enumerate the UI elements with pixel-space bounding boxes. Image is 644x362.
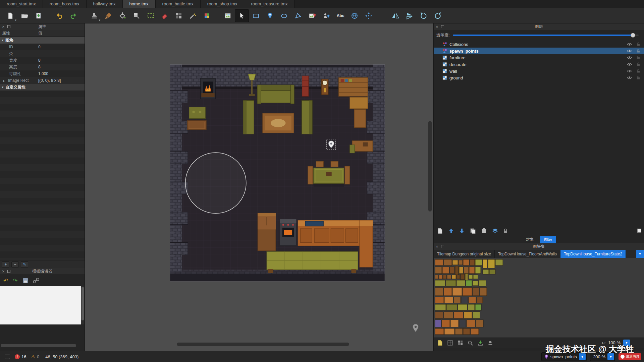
visibility-eye-icon[interactable] (627, 75, 632, 80)
close-icon[interactable] (436, 24, 438, 29)
open-file-button[interactable] (17, 9, 32, 22)
lock-icon[interactable] (637, 49, 640, 54)
error-counter[interactable]: 16 (15, 354, 26, 359)
insert-rectangle-tool[interactable] (249, 9, 263, 22)
visibility-eye-icon[interactable] (627, 69, 632, 74)
slider-knob[interactable] (631, 33, 635, 38)
property-row-height[interactable]: 高度 8 (0, 64, 85, 70)
tab-room-shop[interactable]: room_shop.tmx (201, 0, 245, 8)
tileset-tab-floors-walls[interactable]: TopDownHouse_FloorsAndWalls (495, 250, 560, 258)
magic-wand-tool[interactable] (186, 9, 200, 22)
tile-section-row[interactable]: ▾ 图块 (0, 37, 85, 44)
collapse-triangle-icon[interactable]: ▾ (0, 39, 5, 42)
tileset-stamp-button[interactable] (488, 340, 493, 346)
tileset-view[interactable] (434, 258, 644, 338)
undo-icon[interactable] (3, 277, 8, 284)
tab-room-boss[interactable]: room_boss.tmx (43, 0, 87, 8)
canvas-hscrollbar-thumb[interactable] (177, 343, 349, 346)
float-panel-icon[interactable] (7, 25, 10, 28)
rotate-left-button[interactable] (417, 9, 431, 22)
tab-room-battle[interactable]: room_battle.tmx (156, 0, 201, 8)
insert-text-tool[interactable]: Abc (333, 9, 347, 22)
lock-icon[interactable] (637, 69, 640, 74)
tileset-tab-dropdown[interactable] (636, 250, 644, 258)
undo-button[interactable] (52, 9, 66, 22)
close-icon[interactable] (436, 244, 438, 249)
remove-property-button[interactable] (11, 261, 19, 267)
console-icon[interactable] (5, 355, 10, 359)
lock-icon[interactable] (637, 55, 640, 60)
tileset-zoom-button[interactable] (468, 340, 473, 346)
layer-row-collisions[interactable]: Collisions (434, 41, 644, 48)
layer-row-wall[interactable]: wall (434, 68, 644, 74)
export-tileset-button[interactable] (478, 340, 483, 346)
opacity-slider[interactable] (453, 33, 639, 38)
layer-row-ground[interactable]: ground (434, 74, 644, 81)
float-panel-icon[interactable] (7, 270, 10, 273)
terrain-brush-tool[interactable] (101, 9, 115, 22)
rotate-right-button[interactable] (431, 9, 445, 22)
remove-layer-button[interactable] (481, 228, 487, 234)
canvas-vscrollbar-thumb[interactable] (428, 121, 432, 212)
property-row-width[interactable]: 宽度 8 (0, 57, 85, 64)
close-icon[interactable] (2, 269, 5, 274)
tab-objects[interactable]: 对象 (522, 236, 538, 243)
tab-home-active[interactable]: home.tmx (123, 0, 156, 8)
shape-fill-tool[interactable] (129, 9, 144, 22)
tab-layers[interactable]: 图层 (540, 236, 556, 243)
custom-properties-section-row[interactable]: ▾ 自定义属性 (0, 84, 85, 90)
collapse-triangle-icon[interactable]: ▾ (0, 85, 5, 89)
visibility-eye-icon[interactable] (627, 49, 632, 54)
raise-layer-button[interactable] (448, 228, 454, 234)
layer-row-furniture[interactable]: furniture (434, 54, 644, 61)
visibility-eye-icon[interactable] (627, 62, 632, 67)
flip-horizontal-button[interactable] (388, 9, 402, 22)
tileset-tab-dungeon[interactable]: Tilemap Dungeon original size (434, 250, 495, 258)
lock-icon[interactable] (637, 75, 640, 80)
property-row-class[interactable]: 类 (0, 50, 85, 57)
new-file-button[interactable] (3, 9, 17, 22)
scrollbar-thumb[interactable] (82, 287, 84, 320)
link-template-icon[interactable] (33, 278, 39, 284)
map-canvas[interactable] (85, 23, 433, 351)
worlds-tool[interactable] (347, 9, 362, 22)
expand-triangle-icon[interactable]: ▸ (3, 79, 8, 82)
tileset-grid-button[interactable] (447, 340, 453, 346)
insert-tile-tool[interactable] (305, 9, 319, 22)
new-layer-button[interactable] (437, 228, 443, 234)
image-tool[interactable] (221, 9, 235, 22)
map-view[interactable] (170, 64, 385, 282)
redo-button[interactable] (66, 9, 80, 22)
pan-tool[interactable] (362, 9, 376, 22)
bucket-fill-tool[interactable] (115, 9, 129, 22)
lower-layer-button[interactable] (459, 228, 465, 234)
layer-row-spawn-points[interactable]: spawn_points (434, 48, 644, 54)
highlight-layer-button[interactable] (492, 228, 498, 234)
lock-icon[interactable] (637, 42, 640, 47)
layer-row-decorate[interactable]: decorate (434, 61, 644, 68)
flip-vertical-button[interactable] (402, 9, 417, 22)
property-row-probability[interactable]: 可能性 1.000 (0, 70, 85, 77)
insert-polygon-tool[interactable] (291, 9, 305, 22)
insert-ellipse-tool[interactable] (277, 9, 291, 22)
left-panel-hscrollbar-thumb[interactable] (1, 344, 76, 347)
new-tileset-button[interactable] (437, 340, 443, 346)
property-row-id[interactable]: ID 0 (0, 44, 85, 50)
float-panel-icon[interactable] (441, 25, 444, 28)
template-editor-scrollbar[interactable] (81, 286, 84, 324)
add-property-button[interactable] (2, 261, 9, 267)
visibility-eye-icon[interactable] (627, 42, 632, 47)
lock-icon[interactable] (637, 62, 640, 67)
wang-brush-tool[interactable] (200, 9, 214, 22)
duplicate-layer-button[interactable] (470, 228, 476, 234)
property-row-image-rect[interactable]: ▸Image Rect [(0, 0), 8 x 8] (0, 77, 85, 84)
tab-room-treasure[interactable]: room_treasure.tmx (244, 0, 294, 8)
tileset-view-button[interactable] (458, 340, 463, 346)
float-panel-icon[interactable] (441, 245, 444, 248)
rectangular-select-tool[interactable] (144, 9, 158, 22)
close-icon[interactable] (2, 24, 5, 29)
select-same-tile-tool[interactable] (172, 9, 186, 22)
save-template-icon[interactable] (22, 278, 29, 284)
edit-property-button[interactable] (21, 261, 28, 267)
eraser-tool[interactable] (158, 9, 172, 22)
